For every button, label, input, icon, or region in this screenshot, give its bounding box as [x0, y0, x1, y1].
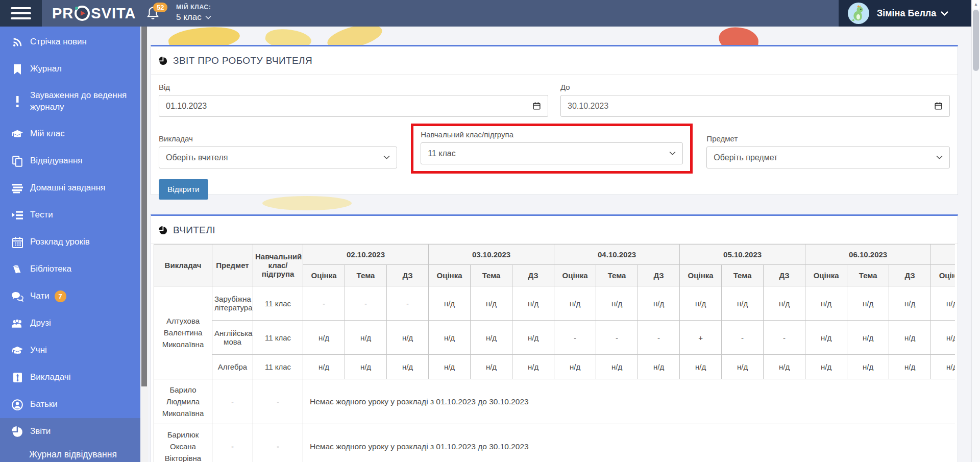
value-cell: н/д	[554, 286, 596, 321]
subcolumn-header-grade: Оцінка	[429, 265, 471, 286]
value-cell: н/д	[471, 286, 512, 321]
value-cell: н/д	[345, 355, 387, 379]
subcolumn-header-topic: Тема	[596, 265, 638, 286]
value-cell: -	[638, 321, 680, 355]
sidebar-item-students[interactable]: Учні	[0, 337, 140, 364]
value-cell: н/д	[889, 355, 931, 379]
report-card-header: ЗВІТ ПРО РОБОТУ ВЧИТЕЛЯ	[151, 46, 958, 75]
sidebar-item-news-feed[interactable]: Стрічка новин	[0, 29, 140, 56]
my-class-dropdown[interactable]: МІЙ КЛАС: 5 клас	[176, 4, 211, 22]
value-cell: -	[345, 286, 387, 321]
subject-select[interactable]: Оберіть предмет	[706, 147, 950, 168]
sidebar-scrollbar[interactable]	[140, 27, 148, 462]
sidebar-item-chats[interactable]: Чати7	[0, 283, 140, 310]
sidebar-item-tests[interactable]: Тести	[0, 202, 140, 229]
to-date-input[interactable]: 30.10.2023	[560, 95, 950, 117]
sidebar-item-journal[interactable]: Журнал	[0, 56, 140, 83]
sidebar-item-library[interactable]: Бібліотека	[0, 256, 140, 283]
subcolumn-header-homework: ДЗ	[638, 265, 680, 286]
date-group-header: 02.10.2023	[303, 245, 429, 265]
value-cell: н/д	[847, 321, 889, 355]
chevron-down-icon	[205, 15, 211, 19]
pages-icon	[11, 156, 23, 167]
graduation-icon	[11, 129, 23, 139]
brand-logo[interactable]: PRSVITA	[52, 0, 136, 27]
chats-count-badge: 7	[55, 290, 66, 302]
user-menu[interactable]: Зіміна Белла	[839, 0, 971, 27]
teacher-name-cell: Барилюк Оксана Вікторівна	[154, 424, 212, 462]
subcolumn-header-topic: Тема	[471, 265, 512, 286]
pie-icon	[11, 426, 23, 437]
sidebar-item-label: Стрічка новин	[30, 36, 87, 48]
value-cell: н/д	[512, 355, 554, 379]
sidebar-item-parents[interactable]: Батьки	[0, 391, 140, 418]
sidebar-item-reports[interactable]: Звіти	[0, 418, 140, 445]
sidebar-item-my-class[interactable]: Мій клас	[0, 120, 140, 148]
value-cell: н/д	[931, 355, 955, 379]
sidebar-item-journal-remarks[interactable]: Зауваження до ведення журналу	[0, 83, 140, 120]
tie-icon	[11, 372, 23, 383]
value-cell: н/д	[471, 321, 512, 355]
teacher-select[interactable]: Оберіть вчителя	[159, 147, 397, 168]
class-select[interactable]: 11 клас	[421, 142, 683, 164]
main-content: ЗВІТ ПРО РОБОТУ ВЧИТЕЛЯ Від 01.10.2023	[148, 27, 971, 462]
calendar-icon	[11, 237, 23, 248]
teachers-card-title: ВЧИТЕЛІ	[173, 225, 215, 236]
sidebar-item-friends[interactable]: Друзі	[0, 310, 140, 337]
value-cell: н/д	[345, 321, 387, 355]
sidebar-item-homework[interactable]: Домашні завдання	[0, 175, 140, 202]
sidebar-item-teachers[interactable]: Викладачі	[0, 364, 140, 391]
sidebar-subitem-attendance-journal[interactable]: Журнал відвідування	[29, 449, 136, 460]
value-cell: -	[303, 286, 345, 321]
sidebar-menu: Стрічка новинЖурналЗауваження до ведення…	[0, 27, 140, 445]
class-group-cell: 11 клас	[253, 355, 303, 379]
class-group-cell: 11 клас	[253, 321, 303, 355]
page-scrollbar-thumb[interactable]	[973, 10, 979, 71]
highlight-red-box: Навчальний клас/підгрупа 11 клас	[411, 124, 693, 174]
value-cell: н/д	[805, 355, 847, 379]
sidebar-item-attendance[interactable]: Відвідування	[0, 148, 140, 175]
table-row: Барило Людмила Миколаївна--Немає жодного…	[154, 379, 955, 424]
sidebar-item-label: Тести	[30, 209, 53, 221]
sidebar-scrollbar-thumb[interactable]	[141, 27, 147, 386]
value-cell: н/д	[638, 355, 680, 379]
subject-select-label: Предмет	[706, 134, 950, 143]
pie-chart-icon	[159, 226, 167, 235]
subcolumn-header-grade: Оцінка	[680, 265, 722, 286]
to-date-field-group: До 30.10.2023	[560, 79, 950, 117]
notifications-button[interactable]: 52	[146, 6, 169, 24]
calendar-icon	[532, 102, 541, 110]
subject-cell: Англійська мова	[212, 321, 253, 355]
teacher-select-label: Викладач	[159, 134, 397, 143]
sidebar-item-label: Звіти	[30, 426, 51, 437]
notifications-count-badge: 52	[153, 3, 167, 12]
table-row: Алтухова Валентина МиколаївнаЗарубіжна л…	[154, 286, 955, 321]
sidebar-item-schedule[interactable]: Розклад уроків	[0, 229, 140, 256]
table-row: Алгебра11 класн/дн/дн/дн/дн/дн/дн/дн/дн/…	[154, 355, 955, 379]
teachers-card-header: ВЧИТЕЛІ	[151, 216, 958, 244]
hamburger-menu-button[interactable]	[0, 0, 42, 27]
calendar-icon	[934, 102, 943, 110]
select-chevron-icon	[936, 155, 943, 160]
value-cell: н/д	[805, 321, 847, 355]
date-group-header	[931, 245, 955, 265]
value-cell: -	[596, 321, 638, 355]
my-class-value: 5 клас	[176, 12, 202, 22]
list-icon	[11, 183, 23, 193]
value-cell: н/д	[638, 286, 680, 321]
subcolumn-header-topic: Тема	[722, 265, 764, 286]
from-date-input[interactable]: 01.10.2023	[159, 95, 548, 117]
select-chevron-icon	[383, 155, 390, 160]
open-report-button[interactable]: Відкрити	[159, 179, 208, 200]
sidebar-item-label: Бібліотека	[30, 263, 71, 275]
value-cell: н/д	[596, 355, 638, 379]
date-group-header: 06.10.2023	[805, 245, 931, 265]
teachers-table: ВикладачПредметНавчальний клас/ підгрупа…	[154, 244, 955, 462]
subject-cell: Зарубіжна література	[212, 286, 253, 321]
page-scrollbar[interactable]: ▲	[971, 0, 980, 462]
value-cell: н/д	[680, 286, 722, 321]
sidebar-item-label: Домашні завдання	[30, 182, 105, 194]
scroll-up-arrow-icon[interactable]: ▲	[972, 0, 980, 9]
sidebar-item-label: Чати	[30, 290, 50, 302]
pie-chart-icon	[159, 57, 167, 65]
